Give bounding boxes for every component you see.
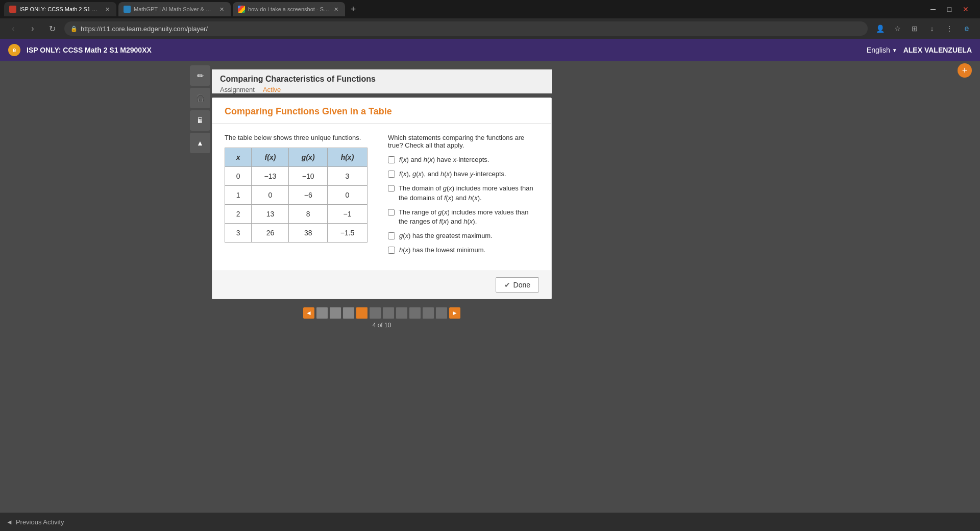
table-header-hx: h(x) bbox=[327, 148, 367, 167]
user-name: ALEX VALENZUELA bbox=[903, 46, 972, 54]
minimize-button[interactable]: ─ bbox=[927, 3, 939, 15]
page-box-8[interactable] bbox=[409, 307, 421, 319]
question-card: Comparing Functions Given in a Table The… bbox=[212, 98, 552, 299]
pencil-tool[interactable]: ✏ bbox=[190, 65, 210, 86]
tab-2-close[interactable]: ✕ bbox=[218, 5, 226, 13]
profile-icon[interactable]: 👤 bbox=[873, 21, 887, 36]
headphones-tool[interactable]: 🎧 bbox=[190, 88, 210, 108]
star-icon[interactable]: ☆ bbox=[890, 21, 904, 36]
checkbox-5-label[interactable]: g(x) has the greatest maximum. bbox=[399, 231, 493, 240]
checkbox-6[interactable] bbox=[388, 247, 395, 254]
main-area: ✏ 🎧 🖩 ▲ Comparing Characteristics of Fun… bbox=[0, 61, 980, 513]
cell-2-x: 2 bbox=[225, 205, 252, 224]
app-title: ISP ONLY: CCSS Math 2 S1 M2900XX bbox=[27, 46, 867, 54]
cell-3-fx: 26 bbox=[252, 224, 289, 243]
page-box-1[interactable] bbox=[316, 307, 328, 319]
forward-button[interactable]: › bbox=[26, 21, 40, 36]
cell-3-gx: 38 bbox=[289, 224, 328, 243]
cell-0-hx: 3 bbox=[327, 167, 367, 186]
language-label: English bbox=[867, 46, 890, 54]
arrow-up-tool[interactable]: ▲ bbox=[190, 133, 210, 153]
page-box-3[interactable] bbox=[343, 307, 354, 319]
tab-1-favicon bbox=[9, 6, 16, 13]
tab-3-close[interactable]: ✕ bbox=[332, 5, 340, 13]
menu-icon[interactable]: ⋮ bbox=[942, 21, 957, 36]
chevron-down-icon: ▼ bbox=[892, 47, 897, 53]
prev-page-button[interactable]: ◄ bbox=[303, 307, 314, 319]
checkbox-item-5: g(x) has the greatest maximum. bbox=[388, 231, 539, 240]
tab-2-label: MathGPT | AI Math Solver & Calc... bbox=[134, 6, 215, 12]
next-page-button[interactable]: ► bbox=[449, 307, 460, 319]
extensions-icon[interactable]: ⊞ bbox=[908, 21, 922, 36]
checkbox-4-label[interactable]: The range of g(x) includes more values t… bbox=[399, 208, 539, 226]
url-bar[interactable]: 🔒 https://r11.core.learn.edgenuity.com/p… bbox=[64, 21, 868, 36]
cell-2-hx: −1 bbox=[327, 205, 367, 224]
calculator-tool[interactable]: 🖩 bbox=[190, 110, 210, 131]
tab-3-label: how do i take a screenshot - Sear... bbox=[248, 6, 329, 12]
cell-0-gx: −10 bbox=[289, 167, 328, 186]
edgenuity-icon: e bbox=[960, 21, 974, 36]
checkbox-3-label[interactable]: The domain of g(x) includes more values … bbox=[399, 184, 539, 202]
page-box-6[interactable] bbox=[383, 307, 394, 319]
page-box-10[interactable] bbox=[436, 307, 447, 319]
active-badge: Active bbox=[263, 86, 281, 93]
cell-2-gx: 8 bbox=[289, 205, 328, 224]
check-question: Which statements comparing the functions… bbox=[388, 134, 539, 149]
sidebar-tools: ✏ 🎧 🖩 ▲ bbox=[188, 61, 212, 153]
checkbox-item-1: f(x) and h(x) have x-intercepts. bbox=[388, 155, 539, 164]
table-row: 0 −13 −10 3 bbox=[225, 167, 368, 186]
checkbox-3[interactable] bbox=[388, 185, 395, 192]
page-box-9[interactable] bbox=[423, 307, 434, 319]
maximize-button[interactable]: □ bbox=[943, 3, 955, 15]
tab-1-close[interactable]: ✕ bbox=[103, 5, 111, 13]
bottom-bar: ◄ Previous Activity bbox=[0, 513, 980, 531]
cell-0-x: 0 bbox=[225, 167, 252, 186]
checkbox-item-2: f(x), g(x), and h(x) have y-intercepts. bbox=[388, 170, 539, 179]
table-header-gx: g(x) bbox=[289, 148, 328, 167]
cell-1-gx: −6 bbox=[289, 186, 328, 205]
download-icon[interactable]: ↓ bbox=[925, 21, 939, 36]
question-title: Comparing Functions Given in a Table bbox=[212, 98, 551, 124]
cell-1-hx: 0 bbox=[327, 186, 367, 205]
done-button[interactable]: ✔ Done bbox=[496, 277, 539, 293]
close-window-button[interactable]: ✕ bbox=[960, 3, 972, 15]
right-section: Which statements comparing the functions… bbox=[388, 134, 539, 260]
url-text: https://r11.core.learn.edgenuity.com/pla… bbox=[81, 25, 208, 33]
pagination-controls: ◄ ► bbox=[303, 307, 460, 319]
checkbox-item-3: The domain of g(x) includes more values … bbox=[388, 184, 539, 202]
checkbox-2[interactable] bbox=[388, 171, 395, 178]
done-label: Done bbox=[513, 281, 530, 289]
app-logo: e bbox=[8, 44, 20, 56]
refresh-button[interactable]: ↻ bbox=[45, 21, 59, 36]
tab-3[interactable]: how do i take a screenshot - Sear... ✕ bbox=[233, 2, 345, 16]
checkbox-4[interactable] bbox=[388, 209, 395, 216]
lock-icon: 🔒 bbox=[70, 26, 78, 32]
tab-2[interactable]: MathGPT | AI Math Solver & Calc... ✕ bbox=[118, 2, 231, 16]
prev-arrow-icon: ◄ bbox=[6, 518, 13, 526]
page-count: 4 of 10 bbox=[373, 322, 391, 329]
table-row: 3 26 38 −1.5 bbox=[225, 224, 368, 243]
tab-1-label: ISP ONLY: CCSS Math 2 S1 M... bbox=[19, 6, 100, 12]
cell-3-x: 3 bbox=[225, 224, 252, 243]
back-button[interactable]: ‹ bbox=[6, 21, 20, 36]
tab-1[interactable]: ISP ONLY: CCSS Math 2 S1 M... ✕ bbox=[4, 2, 116, 16]
checkbox-6-label[interactable]: h(x) has the lowest minimum. bbox=[399, 246, 485, 255]
checkbox-1[interactable] bbox=[388, 156, 395, 163]
tab-2-favicon bbox=[124, 6, 131, 13]
checkbox-1-label[interactable]: f(x) and h(x) have x-intercepts. bbox=[399, 155, 489, 164]
previous-activity-button[interactable]: ◄ Previous Activity bbox=[6, 518, 64, 526]
checkmark-icon: ✔ bbox=[504, 281, 510, 289]
page-box-4[interactable] bbox=[356, 307, 368, 319]
page-box-7[interactable] bbox=[396, 307, 407, 319]
table-row: 2 13 8 −1 bbox=[225, 205, 368, 224]
tab-3-favicon bbox=[238, 6, 245, 13]
plus-button[interactable]: + bbox=[958, 63, 972, 78]
page-box-2[interactable] bbox=[330, 307, 341, 319]
language-selector[interactable]: English ▼ bbox=[867, 46, 897, 54]
checkbox-5[interactable] bbox=[388, 232, 395, 239]
content-wrapper: Comparing Characteristics of Functions A… bbox=[212, 69, 552, 329]
checkbox-2-label[interactable]: f(x), g(x), and h(x) have y-intercepts. bbox=[399, 170, 506, 179]
checkbox-item-6: h(x) has the lowest minimum. bbox=[388, 246, 539, 255]
add-tab-button[interactable]: + bbox=[347, 3, 359, 15]
page-box-5[interactable] bbox=[370, 307, 381, 319]
